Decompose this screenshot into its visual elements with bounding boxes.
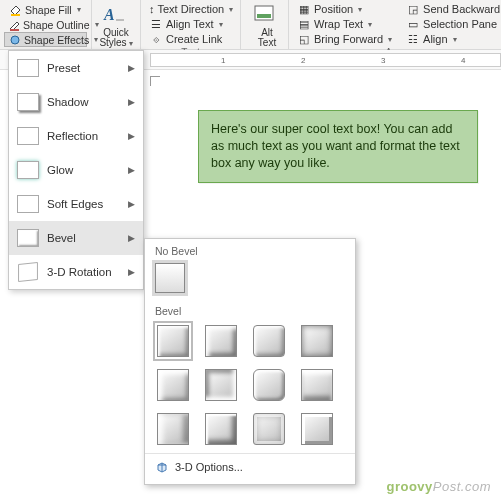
bevel-swatch[interactable] [301, 413, 333, 445]
menu-3d-rotation-label: 3-D Rotation [47, 266, 120, 278]
wrap-icon: ▤ [297, 17, 311, 31]
menu-3d-rotation[interactable]: 3-D Rotation▶ [9, 255, 143, 289]
alt-text-icon [253, 4, 281, 28]
align-text-button[interactable]: ☰Align Text▾ [145, 17, 236, 31]
bevel-swatch[interactable] [253, 325, 285, 357]
shape-fill-button[interactable]: Shape Fill▾ [4, 2, 87, 17]
pane-icon: ▭ [406, 17, 420, 31]
position-label: Position [314, 3, 353, 15]
svg-text:A: A [103, 6, 115, 23]
bevel-swatch[interactable] [205, 413, 237, 445]
bucket-icon [8, 3, 22, 17]
menu-preset[interactable]: Preset▶ [9, 51, 143, 85]
chevron-right-icon: ▶ [128, 131, 135, 141]
bevel-submenu: No Bevel Bevel 3-D Options... [144, 238, 356, 485]
bevel-swatch[interactable] [253, 413, 285, 445]
quick-styles-label: QuickStyles▾ [99, 28, 132, 48]
watermark-suffix: Post.com [433, 479, 491, 494]
menu-glow[interactable]: Glow▶ [9, 153, 143, 187]
shape-effects-button[interactable]: Shape Effects▾ [4, 32, 87, 47]
backward-icon: ◲ [406, 2, 420, 16]
3d-options-label: 3-D Options... [175, 461, 243, 473]
accessibility-group: AltText Accessibility [241, 0, 289, 49]
no-bevel-section-label: No Bevel [145, 239, 355, 261]
shape-effects-label: Shape Effects [24, 34, 89, 46]
bevel-swatch[interactable] [301, 369, 333, 401]
align-text-icon: ☰ [149, 17, 163, 31]
position-button[interactable]: ▦Position▾ [293, 2, 396, 16]
wrap-text-button[interactable]: ▤Wrap Text▾ [293, 17, 396, 31]
shape-styles-group: Shape Fill▾ Shape Outline▾ Shape Effects… [0, 0, 92, 49]
menu-bevel[interactable]: Bevel▶ [9, 221, 143, 255]
text-direction-icon: ↕ [149, 2, 155, 16]
chevron-right-icon: ▶ [128, 233, 135, 243]
ruler-tick: 4 [461, 56, 465, 65]
3d-options-button[interactable]: 3-D Options... [145, 453, 355, 480]
menu-glow-label: Glow [47, 164, 120, 176]
menu-shadow[interactable]: Shadow▶ [9, 85, 143, 119]
text-direction-button[interactable]: ↕Text Direction▾ [145, 2, 236, 16]
ruler-tick: 1 [221, 56, 225, 65]
link-icon: ⟐ [149, 32, 163, 46]
selection-pane-label: Selection Pane [423, 18, 497, 30]
svg-rect-1 [10, 29, 19, 31]
text-direction-label: Text Direction [158, 3, 225, 15]
menu-reflection[interactable]: Reflection▶ [9, 119, 143, 153]
alt-text-label: AltText [258, 28, 276, 48]
ruler-tick: 3 [381, 56, 385, 65]
bevel-swatch[interactable] [301, 325, 333, 357]
chevron-right-icon: ▶ [128, 97, 135, 107]
align-icon: ☷ [406, 32, 420, 46]
bevel-swatch[interactable] [157, 413, 189, 445]
alt-text-button[interactable]: AltText [245, 2, 289, 50]
create-link-label: Create Link [166, 33, 222, 45]
wordart-icon: A [102, 4, 130, 28]
chevron-right-icon: ▶ [128, 199, 135, 209]
pen-icon [8, 18, 20, 32]
sample-text-box[interactable]: Here's our super cool text box! You can … [198, 110, 478, 183]
cube-icon [155, 460, 169, 474]
shape-effects-menu: Preset▶ Shadow▶ Reflection▶ Glow▶ Soft E… [8, 50, 144, 290]
menu-preset-label: Preset [47, 62, 120, 74]
align-label: Align [423, 33, 447, 45]
chevron-right-icon: ▶ [128, 267, 135, 277]
shape-outline-button[interactable]: Shape Outline▾ [4, 17, 87, 32]
bevel-swatch[interactable] [205, 325, 237, 357]
watermark-brand: groovy [386, 479, 432, 494]
chevron-right-icon: ▶ [128, 63, 135, 73]
align-button[interactable]: ☷Align▾ [402, 32, 501, 46]
text-group: ↕Text Direction▾ ☰Align Text▾ ⟐Create Li… [141, 0, 241, 49]
bevel-swatch[interactable] [157, 369, 189, 401]
svg-rect-9 [257, 14, 271, 18]
menu-bevel-label: Bevel [47, 232, 120, 244]
bevel-swatch[interactable] [205, 369, 237, 401]
menu-soft-edges[interactable]: Soft Edges▶ [9, 187, 143, 221]
bring-forward-button[interactable]: ◱Bring Forward▾ [293, 32, 396, 46]
create-link-button[interactable]: ⟐Create Link [145, 32, 236, 46]
chevron-right-icon: ▶ [128, 165, 135, 175]
menu-shadow-label: Shadow [47, 96, 120, 108]
menu-reflection-label: Reflection [47, 130, 120, 142]
forward-label: Bring Forward [314, 33, 383, 45]
bevel-section-label: Bevel [145, 299, 355, 321]
bevel-swatch[interactable] [253, 369, 285, 401]
effects-icon [9, 33, 21, 47]
wrap-label: Wrap Text [314, 18, 363, 30]
bevel-grid [145, 321, 355, 453]
selection-pane-button[interactable]: ▭Selection Pane [402, 17, 501, 31]
page-corner-marker [150, 76, 160, 86]
forward-icon: ◱ [297, 32, 311, 46]
svg-rect-0 [11, 14, 20, 16]
svg-point-2 [11, 36, 19, 44]
no-bevel-swatch[interactable] [155, 263, 185, 293]
ruler-tick: 2 [301, 56, 305, 65]
shape-fill-label: Shape Fill [25, 4, 72, 16]
quick-styles-button[interactable]: A QuickStyles▾ [96, 2, 136, 50]
position-icon: ▦ [297, 2, 311, 16]
menu-soft-edges-label: Soft Edges [47, 198, 120, 210]
wordart-styles-group: A QuickStyles▾ A A A Art Styles [92, 0, 141, 49]
backward-label: Send Backward [423, 3, 500, 15]
bevel-swatch[interactable] [157, 325, 189, 357]
send-backward-button[interactable]: ◲Send Backward▾ [402, 2, 501, 16]
align-text-label: Align Text [166, 18, 214, 30]
